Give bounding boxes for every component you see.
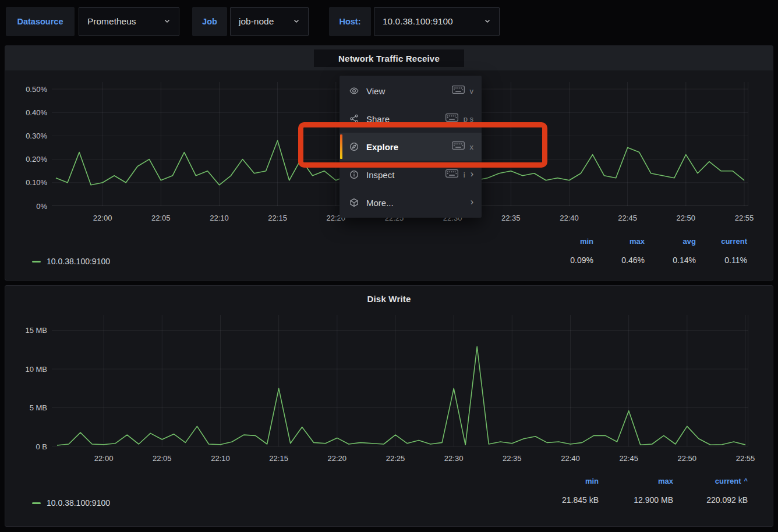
x-tick-label: 22:00 bbox=[85, 453, 122, 463]
y-tick-label: 0.10% bbox=[5, 178, 47, 187]
x-tick-label: 22:55 bbox=[726, 213, 763, 223]
series-line bbox=[57, 347, 745, 446]
x-tick-label: 22:50 bbox=[669, 453, 706, 463]
host-value: 10.0.38.100:9100 bbox=[383, 16, 453, 27]
x-tick-label: 22:05 bbox=[143, 453, 181, 463]
legend-series-label: 10.0.38.100:9100 bbox=[47, 498, 110, 508]
legend-series-item[interactable]: 10.0.38.100:9100 bbox=[32, 497, 110, 509]
datasource-label: Datasource bbox=[6, 7, 75, 36]
submenu-chevron-icon: › bbox=[471, 169, 473, 179]
info-circle-icon bbox=[349, 170, 359, 179]
x-tick-label: 22:45 bbox=[609, 213, 646, 223]
x-tick-label: 22:30 bbox=[435, 453, 472, 463]
series-color-dash bbox=[32, 502, 41, 504]
legend-stat-value: 12.900 MB bbox=[634, 495, 673, 505]
x-tick-label: 22:10 bbox=[200, 213, 238, 223]
job-label: Job bbox=[192, 7, 227, 36]
cube-icon bbox=[349, 198, 359, 207]
job-dropdown[interactable]: job-node bbox=[230, 7, 309, 36]
x-tick-label: 22:55 bbox=[727, 453, 764, 463]
y-tick-label: 0.30% bbox=[5, 131, 47, 141]
panel-disk-write: Disk Write 10.0.38.100:9100 minmaxcurren… bbox=[5, 285, 773, 527]
keyboard-icon bbox=[445, 169, 458, 180]
datasource-value: Prometheus bbox=[87, 16, 136, 27]
legend-stat-header-max[interactable]: max bbox=[630, 237, 645, 246]
menu-item-shortcut: v bbox=[470, 87, 474, 95]
menu-item-label: More... bbox=[366, 198, 394, 208]
x-tick-label: 22:15 bbox=[260, 453, 298, 463]
host-dropdown[interactable]: 10.0.38.100:9100 bbox=[374, 7, 500, 36]
submenu-chevron-icon: › bbox=[471, 197, 473, 207]
legend-stat-header-max[interactable]: max bbox=[658, 477, 673, 485]
y-tick-label: 0 B bbox=[5, 442, 47, 452]
legend-stat-header-current[interactable]: current^ bbox=[715, 477, 748, 485]
legend-series-label: 10.0.38.100:9100 bbox=[47, 257, 110, 266]
y-tick-label: 5 MB bbox=[5, 403, 47, 413]
legend-stat-value: 0.14% bbox=[673, 256, 696, 265]
x-tick-label: 22:40 bbox=[551, 453, 589, 463]
x-tick-label: 22:40 bbox=[550, 213, 588, 223]
chevron-down-icon bbox=[164, 16, 171, 27]
menu-item-label: Inspect bbox=[366, 170, 394, 180]
eye-icon bbox=[349, 86, 359, 95]
panel-header: Network Traffic Receive bbox=[5, 46, 773, 70]
x-tick-label: 22:35 bbox=[493, 453, 531, 463]
legend-stats-table: minmaxavgcurrent0.09%0.46%0.14%0.11% bbox=[542, 237, 747, 265]
x-tick-label: 22:15 bbox=[259, 213, 296, 223]
legend-stats-table: minmaxcurrent^21.845 kB12.900 MB220.092 … bbox=[524, 477, 748, 505]
x-tick-label: 22:25 bbox=[377, 453, 414, 463]
host-label: Host: bbox=[329, 7, 371, 36]
menu-item-shortcut: i bbox=[464, 171, 465, 179]
annotation-highlight-rect bbox=[298, 122, 547, 168]
legend-stat-header-min[interactable]: min bbox=[580, 237, 593, 246]
legend-stat-value: 0.11% bbox=[724, 256, 747, 265]
x-tick-label: 22:10 bbox=[201, 453, 239, 463]
chevron-down-icon bbox=[484, 16, 491, 27]
y-tick-label: 15 MB bbox=[5, 325, 47, 335]
panel-title-disk-write[interactable]: Disk Write bbox=[360, 290, 418, 307]
y-tick-label: 10 MB bbox=[5, 364, 47, 374]
chevron-down-icon bbox=[293, 16, 300, 27]
keyboard-icon bbox=[452, 86, 465, 96]
sort-ascending-caret-icon: ^ bbox=[744, 477, 748, 484]
legend-series-item[interactable]: 10.0.38.100:9100 bbox=[32, 256, 110, 267]
legend-stat-value: 220.092 kB bbox=[706, 495, 748, 505]
series-color-dash bbox=[32, 261, 41, 263]
y-tick-label: 0.20% bbox=[5, 154, 47, 164]
legend-stat-value: 21.845 kB bbox=[562, 495, 599, 505]
x-tick-label: 22:20 bbox=[319, 453, 356, 463]
panel-title-network-traffic-receive[interactable]: Network Traffic Receive bbox=[314, 49, 464, 67]
x-tick-label: 22:00 bbox=[84, 213, 121, 223]
legend-stat-value: 0.46% bbox=[621, 256, 645, 265]
y-tick-label: 0.40% bbox=[5, 108, 47, 118]
legend-stat-header-current[interactable]: current bbox=[721, 237, 747, 246]
datasource-dropdown[interactable]: Prometheus bbox=[79, 7, 179, 36]
legend-stat-value: 0.09% bbox=[570, 256, 593, 265]
x-tick-label: 22:05 bbox=[142, 213, 179, 223]
legend-stat-header-min[interactable]: min bbox=[585, 477, 599, 485]
menu-item-more[interactable]: More...› bbox=[340, 189, 482, 217]
job-value: job-node bbox=[239, 16, 274, 27]
panel-header: Disk Write bbox=[5, 286, 773, 311]
menu-item-view[interactable]: Viewv bbox=[340, 77, 482, 105]
x-tick-label: 22:45 bbox=[610, 453, 648, 463]
y-tick-label: 0.50% bbox=[5, 84, 47, 94]
x-tick-label: 22:50 bbox=[667, 213, 705, 223]
legend-stat-header-avg[interactable]: avg bbox=[683, 237, 696, 246]
y-tick-label: 0% bbox=[5, 201, 47, 211]
menu-item-label: View bbox=[366, 86, 385, 96]
time-series-chart-disk-write[interactable] bbox=[52, 315, 748, 446]
x-tick-label: 22:35 bbox=[492, 213, 529, 223]
